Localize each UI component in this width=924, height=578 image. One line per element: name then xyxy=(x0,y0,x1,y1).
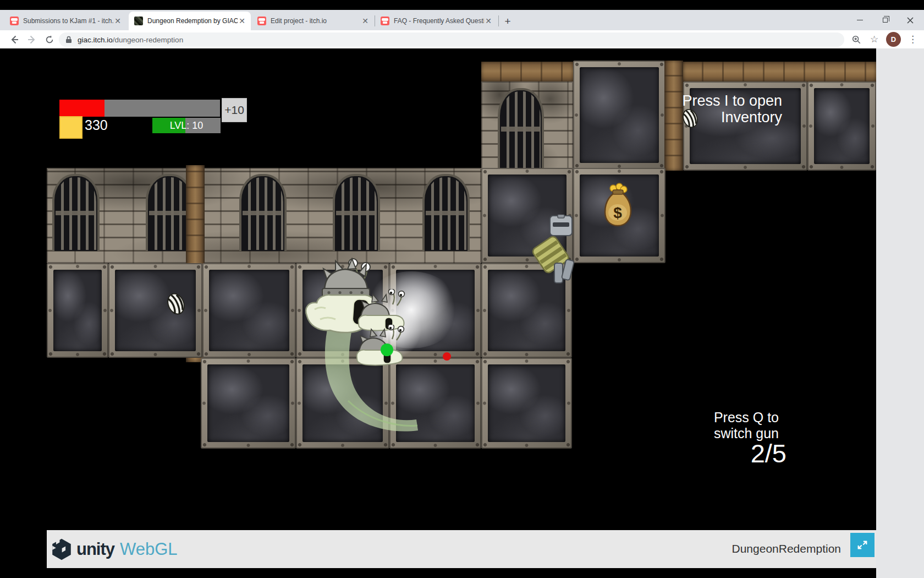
game-favicon xyxy=(134,17,143,25)
shell-item xyxy=(165,291,187,317)
profile-avatar[interactable]: D xyxy=(886,32,901,47)
unity-logo-icon xyxy=(50,538,73,561)
wood-beam xyxy=(481,62,573,83)
tab-close-icon[interactable]: ✕ xyxy=(361,17,370,25)
tab-faq[interactable]: FAQ - Frequently Asked Question ✕ xyxy=(375,12,497,30)
menu-dots-icon[interactable]: ⋮ xyxy=(905,32,920,47)
health-bar xyxy=(59,100,220,117)
dungeon-tile xyxy=(573,61,666,170)
tab-title: Edit project - itch.io xyxy=(271,17,361,25)
barred-window xyxy=(498,88,544,170)
barred-window xyxy=(422,174,470,251)
reload-icon xyxy=(45,35,54,45)
dungeon-tile xyxy=(481,358,572,449)
dungeon-tile xyxy=(807,81,876,171)
dungeon-tile xyxy=(47,263,108,358)
tab-close-icon[interactable]: ✕ xyxy=(113,17,122,25)
xp-bar: LVL: 10 xyxy=(152,118,221,133)
tab-title: FAQ - Frequently Asked Question xyxy=(394,17,484,25)
url-text: giac.itch.io/dungeon-redemption xyxy=(78,36,183,44)
bookmark-star-icon[interactable]: ☆ xyxy=(867,32,882,47)
snail-sprite xyxy=(354,325,406,366)
coin-count: 330 xyxy=(85,117,108,133)
address-bar[interactable]: giac.itch.io/dungeon-redemption xyxy=(59,32,844,47)
switch-gun-hint: Press Q to switch gun xyxy=(714,410,779,441)
webgl-label: WebGL xyxy=(120,539,178,559)
restore-icon xyxy=(883,18,888,23)
barred-window xyxy=(52,174,100,251)
page-body: $ +10 xyxy=(0,48,924,578)
svg-text:$: $ xyxy=(613,204,622,221)
restore-button[interactable] xyxy=(872,10,898,30)
tab-separator xyxy=(498,15,499,26)
close-icon xyxy=(907,17,914,24)
forward-icon xyxy=(26,34,37,45)
page-gutter xyxy=(876,48,924,578)
money-bag-sprite: $ xyxy=(601,182,634,227)
level-label: LVL: 10 xyxy=(152,118,221,133)
tab-edit-project[interactable]: Edit project - itch.io ✕ xyxy=(252,12,374,30)
robot-knight-sprite xyxy=(529,215,575,286)
itch-favicon xyxy=(10,17,19,25)
reload-button[interactable] xyxy=(42,32,57,47)
tab-submissions[interactable]: Submissions to KJam #1 - itch.io ✕ xyxy=(4,12,127,30)
green-projectile xyxy=(381,343,393,356)
close-button[interactable] xyxy=(898,10,923,30)
barred-window xyxy=(333,174,380,251)
forward-button[interactable] xyxy=(24,32,39,47)
unity-wordmark: unity xyxy=(76,539,114,559)
lock-icon[interactable] xyxy=(65,36,72,43)
unity-footer: unity WebGL DungeonRedemption xyxy=(47,530,876,568)
tab-dungeon-redemption[interactable]: Dungeon Redemption by GIAC ✕ xyxy=(129,12,251,30)
zoom-button[interactable] xyxy=(849,32,864,47)
gun-count: 2/5 xyxy=(751,438,787,468)
wood-beam xyxy=(683,62,876,83)
tab-title: Submissions to KJam #1 - itch.io xyxy=(23,17,113,25)
zoom-in-icon xyxy=(851,35,861,45)
minimize-button[interactable] xyxy=(847,10,872,30)
itch-favicon xyxy=(381,17,389,25)
minimize-icon xyxy=(857,20,863,21)
browser-titlebar: Submissions to KJam #1 - itch.io ✕ Dunge… xyxy=(0,10,924,30)
browser-toolbar: giac.itch.io/dungeon-redemption ☆ D ⋮ xyxy=(0,30,924,48)
fullscreen-button[interactable] xyxy=(850,533,875,557)
screen: Submissions to KJam #1 - itch.io ✕ Dunge… xyxy=(0,0,924,578)
back-button[interactable] xyxy=(7,32,21,47)
red-projectile xyxy=(443,352,451,361)
tab-close-icon[interactable]: ✕ xyxy=(484,17,493,25)
new-tab-button[interactable]: + xyxy=(502,15,514,28)
tab-title: Dungeon Redemption by GIAC xyxy=(147,17,238,25)
dungeon-tile xyxy=(202,263,296,358)
barred-window xyxy=(239,174,287,251)
heal-button[interactable]: +10 xyxy=(222,98,247,122)
dungeon-tile xyxy=(108,263,202,358)
back-icon xyxy=(9,34,20,45)
unity-brand: unity WebGL xyxy=(50,538,178,561)
itch-favicon xyxy=(257,17,266,25)
game-title: DungeonRedemption xyxy=(732,542,841,555)
fullscreen-icon xyxy=(856,539,868,551)
dungeon-tile xyxy=(201,358,296,449)
health-bar-fill xyxy=(59,100,105,117)
game-canvas[interactable]: $ +10 xyxy=(47,48,876,530)
inventory-hint: Press I to open Inventory xyxy=(682,92,782,126)
coin-icon xyxy=(59,116,82,139)
tab-close-icon[interactable]: ✕ xyxy=(238,17,246,25)
